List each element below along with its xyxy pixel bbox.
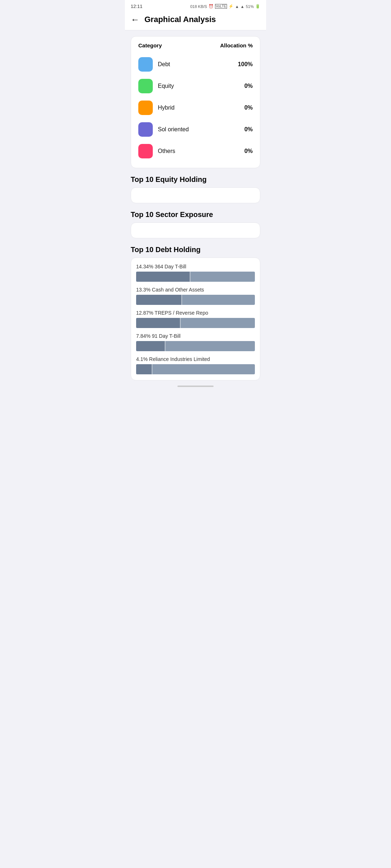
debt-bar-fill-0 <box>136 272 190 282</box>
category-row-sol-oriented: Sol oriented 0% <box>138 119 253 140</box>
debt-bar-divider-2 <box>180 318 181 328</box>
debt-bar-4 <box>136 364 255 374</box>
scroll-indicator <box>131 382 260 389</box>
status-bar: 12:11 018 KB/S ⏰ VoLTE ⚡ ▲ ▲ 51% 🔋 <box>125 0 266 10</box>
category-pct-debt: 100% <box>238 61 253 68</box>
category-pct-sol-oriented: 0% <box>244 126 253 133</box>
color-swatch-sol-oriented <box>138 122 153 137</box>
debt-label-1: 13.3% Cash and Other Assets <box>136 287 255 293</box>
equity-holding-title: Top 10 Equity Holding <box>131 175 260 184</box>
debt-label-0: 14.34% 364 Day T-Bill <box>136 264 255 269</box>
debt-rows: 14.34% 364 Day T-Bill 13.3% Cash and Oth… <box>136 264 255 374</box>
debt-bar-divider-0 <box>190 272 190 282</box>
debt-bar-divider-1 <box>181 295 182 305</box>
main-content: Category Allocation % Debt 100% Equity 0… <box>125 30 266 395</box>
category-row-left-debt: Debt <box>138 57 170 72</box>
page-title: Graphical Analysis <box>144 15 216 24</box>
debt-item-1: 13.3% Cash and Other Assets <box>136 287 255 305</box>
equity-holding-card <box>131 187 260 203</box>
debt-bar-fill-2 <box>136 318 180 328</box>
debt-label-4: 4.1% Reliance Industries Limited <box>136 356 255 362</box>
category-row-others: Others 0% <box>138 140 253 162</box>
category-row-equity: Equity 0% <box>138 75 253 97</box>
allocation-col-header: Allocation % <box>220 42 253 48</box>
debt-bar-3 <box>136 341 255 351</box>
debt-bar-2 <box>136 318 255 328</box>
volte-icon: VoLTE <box>215 4 227 9</box>
status-time: 12:11 <box>131 4 143 9</box>
category-col-header: Category <box>138 42 162 48</box>
debt-label-2: 12.87% TREPS / Reverse Repo <box>136 310 255 316</box>
category-table-header: Category Allocation % <box>138 42 253 48</box>
page-header: ← Graphical Analysis <box>125 10 266 30</box>
scroll-bar <box>177 386 214 387</box>
debt-bar-1 <box>136 295 255 305</box>
debt-item-2: 12.87% TREPS / Reverse Repo <box>136 310 255 328</box>
color-swatch-others <box>138 144 153 158</box>
category-allocation-card: Category Allocation % Debt 100% Equity 0… <box>131 36 260 168</box>
back-button[interactable]: ← <box>131 15 139 24</box>
category-row-left-equity: Equity <box>138 79 174 93</box>
debt-holding-card: 14.34% 364 Day T-Bill 13.3% Cash and Oth… <box>131 258 260 380</box>
alarm-icon: ⏰ <box>209 4 214 9</box>
debt-bar-fill-4 <box>136 364 152 374</box>
debt-item-4: 4.1% Reliance Industries Limited <box>136 356 255 374</box>
category-name-equity: Equity <box>158 83 174 89</box>
category-name-others: Others <box>158 148 175 154</box>
battery-pct: 51% <box>246 4 254 9</box>
category-row-hybrid: Hybrid 0% <box>138 97 253 119</box>
color-swatch-hybrid <box>138 101 153 115</box>
battery-icon: 🔋 <box>255 4 260 9</box>
category-pct-equity: 0% <box>244 83 253 89</box>
category-row-left-others: Others <box>138 144 175 158</box>
wifi-icon: ▲ <box>235 4 239 9</box>
category-row-debt: Debt 100% <box>138 54 253 75</box>
category-pct-hybrid: 0% <box>244 105 253 111</box>
debt-bar-fill-3 <box>136 341 165 351</box>
sector-exposure-title: Top 10 Sector Exposure <box>131 210 260 219</box>
debt-holding-title: Top 10 Debt Holding <box>131 246 260 254</box>
debt-bar-divider-4 <box>152 364 152 374</box>
category-name-debt: Debt <box>158 61 170 68</box>
network-speed: 018 KB/S <box>190 4 207 9</box>
category-name-sol-oriented: Sol oriented <box>158 126 189 133</box>
debt-bar-fill-1 <box>136 295 181 305</box>
category-row-left-hybrid: Hybrid <box>138 101 175 115</box>
category-row-left-sol-oriented: Sol oriented <box>138 122 189 137</box>
sector-exposure-card <box>131 222 260 238</box>
debt-label-3: 7.84% 91 Day T-Bill <box>136 333 255 339</box>
category-pct-others: 0% <box>244 148 253 154</box>
color-swatch-debt <box>138 57 153 72</box>
debt-bar-divider-3 <box>165 341 165 351</box>
category-name-hybrid: Hybrid <box>158 105 175 111</box>
debt-item-3: 7.84% 91 Day T-Bill <box>136 333 255 351</box>
debt-bar-0 <box>136 272 255 282</box>
status-right: 018 KB/S ⏰ VoLTE ⚡ ▲ ▲ 51% 🔋 <box>190 4 260 9</box>
debt-item-0: 14.34% 364 Day T-Bill <box>136 264 255 282</box>
bluetooth-icon: ⚡ <box>228 4 234 9</box>
color-swatch-equity <box>138 79 153 93</box>
signal-icon: ▲ <box>240 4 244 9</box>
category-rows: Debt 100% Equity 0% Hybrid 0% Sol orient… <box>138 54 253 162</box>
